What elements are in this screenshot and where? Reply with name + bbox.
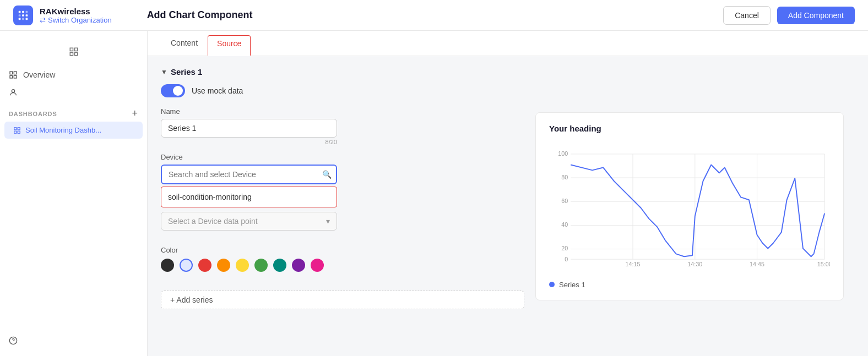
tab-content[interactable]: Content <box>161 31 208 56</box>
svg-rect-0 <box>19 10 21 13</box>
svg-rect-6 <box>19 18 21 20</box>
color-swatch-red[interactable] <box>198 259 211 272</box>
svg-rect-10 <box>74 48 77 51</box>
char-count: 8/20 <box>161 139 337 145</box>
svg-rect-13 <box>10 72 13 74</box>
sidebar: Overview DASHBOARDS + Soil Monitoring Da… <box>0 31 148 356</box>
name-label: Name <box>161 107 524 116</box>
name-input[interactable] <box>161 119 337 138</box>
svg-rect-11 <box>70 53 73 56</box>
add-dashboard-button[interactable]: + <box>132 108 138 119</box>
select-datapoint[interactable]: Select a Device data point ▾ <box>161 212 337 231</box>
color-swatch-orange[interactable] <box>217 259 230 272</box>
page-title: Add Chart Component <box>147 9 253 21</box>
sidebar-item-overview[interactable]: Overview <box>0 66 147 84</box>
svg-text:14:15: 14:15 <box>626 260 641 267</box>
legend-label: Series 1 <box>559 281 585 289</box>
cancel-button[interactable]: Cancel <box>723 6 771 25</box>
color-swatch-black[interactable] <box>161 259 174 272</box>
main-layout: Overview DASHBOARDS + Soil Monitoring Da… <box>0 31 868 356</box>
org-info: RAKwireless ⇄ Switch Organization <box>40 7 112 24</box>
svg-text:20: 20 <box>561 245 568 251</box>
svg-text:14:45: 14:45 <box>750 260 764 267</box>
header-left: RAKwireless ⇄ Switch Organization Add Ch… <box>13 6 253 25</box>
color-swatches <box>161 259 524 272</box>
name-group: Name 8/20 <box>161 107 524 145</box>
svg-text:0: 0 <box>565 256 568 262</box>
svg-rect-21 <box>18 131 20 133</box>
color-swatch-white-outline[interactable] <box>180 259 193 272</box>
svg-rect-14 <box>14 72 17 74</box>
device-search-wrapper: 🔍 <box>161 165 337 184</box>
sidebar-item-user[interactable] <box>0 84 147 101</box>
svg-rect-1 <box>22 10 24 13</box>
svg-text:60: 60 <box>561 198 568 204</box>
add-component-button[interactable]: Add Component <box>777 7 855 24</box>
search-icon: 🔍 <box>322 170 332 179</box>
mock-data-row: Use mock data <box>161 84 524 97</box>
color-swatch-green[interactable] <box>254 259 268 272</box>
form-panel: ▼ Series 1 Use mock data Name 8/20 Devic… <box>161 67 524 345</box>
legend-dot <box>549 282 555 287</box>
color-swatch-pink[interactable] <box>311 259 324 272</box>
app-logo <box>13 6 33 25</box>
svg-rect-3 <box>19 14 21 17</box>
switch-icon: ⇄ <box>40 16 46 24</box>
svg-rect-16 <box>14 75 17 78</box>
sidebar-item-soil-dashboard[interactable]: Soil Monitoring Dashb... <box>4 122 143 139</box>
series-header: ▼ Series 1 <box>161 67 524 76</box>
switch-org-label: Switch Organization <box>48 16 112 24</box>
switch-org-button[interactable]: ⇄ Switch Organization <box>40 16 112 24</box>
svg-point-17 <box>12 90 14 92</box>
svg-text:15:00: 15:00 <box>817 260 830 267</box>
chart-card: Your heading <box>535 112 844 300</box>
series-title: Series 1 <box>171 67 203 76</box>
svg-rect-7 <box>22 18 24 20</box>
svg-rect-9 <box>70 48 73 51</box>
svg-rect-12 <box>74 53 77 56</box>
overview-label: Overview <box>23 70 55 79</box>
svg-rect-19 <box>18 127 20 129</box>
svg-rect-20 <box>14 131 17 133</box>
svg-rect-2 <box>26 10 28 13</box>
svg-rect-18 <box>14 127 17 129</box>
header-actions: Cancel Add Component <box>723 6 855 25</box>
color-group: Color <box>161 238 524 272</box>
chart-heading: Your heading <box>549 124 830 133</box>
chart-legend: Series 1 <box>549 281 830 289</box>
dashboard-name: Soil Monitoring Dashb... <box>25 126 101 134</box>
svg-rect-4 <box>22 14 24 17</box>
chevron-down-icon: ▾ <box>326 217 330 226</box>
color-swatch-purple[interactable] <box>292 259 305 272</box>
chart-container: 100 80 60 40 20 0 14:15 14:30 14:45 15:0… <box>549 142 830 274</box>
svg-text:40: 40 <box>561 221 568 228</box>
svg-text:80: 80 <box>561 174 568 180</box>
form-preview-area: ▼ Series 1 Use mock data Name 8/20 Devic… <box>148 56 868 356</box>
tab-source[interactable]: Source <box>208 35 251 56</box>
add-series-button[interactable]: + Add series <box>161 291 524 309</box>
svg-text:100: 100 <box>558 150 568 156</box>
header: RAKwireless ⇄ Switch Organization Add Ch… <box>0 0 868 31</box>
device-search-input[interactable] <box>161 165 337 184</box>
color-swatch-yellow[interactable] <box>236 259 249 272</box>
device-group: Device 🔍 soil-condition-monitoring Selec… <box>161 153 524 231</box>
dashboards-section: DASHBOARDS + <box>0 101 147 122</box>
sidebar-top-icons <box>0 37 147 66</box>
svg-rect-15 <box>10 75 13 78</box>
svg-rect-5 <box>26 14 28 17</box>
device-dropdown-item[interactable]: soil-condition-monitoring <box>161 187 337 207</box>
mock-data-toggle[interactable] <box>161 84 185 97</box>
svg-text:14:30: 14:30 <box>687 260 702 267</box>
preview-panel: Your heading <box>524 67 855 345</box>
chevron-down-icon: ▼ <box>161 68 167 76</box>
color-swatch-teal[interactable] <box>273 259 286 272</box>
sidebar-item-help[interactable] <box>0 332 147 349</box>
datapoint-placeholder: Select a Device data point <box>168 217 258 226</box>
color-label: Color <box>161 246 524 254</box>
app-name: RAKwireless <box>40 7 112 16</box>
device-label: Device <box>161 153 524 161</box>
mock-data-label: Use mock data <box>192 86 243 95</box>
sidebar-icon-feed[interactable] <box>64 42 84 62</box>
content-area: Content Source ▼ Series 1 Use mock data … <box>148 31 868 356</box>
tabs-bar: Content Source <box>148 31 868 56</box>
